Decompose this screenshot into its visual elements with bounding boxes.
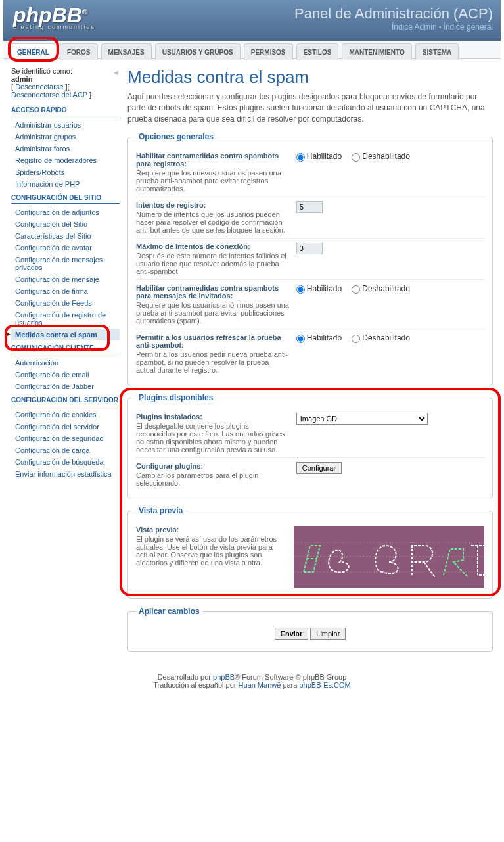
sidebar-item[interactable]: Configuración de email	[15, 371, 89, 379]
sidebar-item[interactable]: Configuración de carga	[15, 446, 90, 454]
sidebar-section-quick: ACCESO RÁPIDO Administrar usuarios Admin…	[11, 103, 120, 190]
sidebar-item[interactable]: Configuración de firma	[15, 287, 88, 295]
tab-forums[interactable]: FOROS	[60, 43, 98, 60]
page-title: Panel de Administración (ACP)	[294, 5, 493, 22]
radio-enable-guest-yes[interactable]	[296, 285, 305, 294]
tab-messages[interactable]: MENSAJES	[101, 43, 152, 60]
link-phpbb-es[interactable]: phpBB-Es.COM	[299, 681, 350, 689]
sidebar-section-server: CONFIGURACIÓN DEL SERVIDOR Configuración…	[11, 392, 120, 480]
sidebar-item[interactable]: Características del Sitio	[15, 232, 91, 240]
sidebar-item[interactable]: Configuración de mensaje	[15, 275, 99, 283]
input-reg-attempts[interactable]	[296, 201, 323, 213]
sidebar-item[interactable]: Administrar foros	[15, 145, 70, 152]
tab-maintenance[interactable]: MANTENIMIENTO	[342, 43, 411, 60]
fieldset-plugins: Plugins disponibles Plugins instalados: …	[127, 393, 493, 498]
sidebar-item[interactable]: Información de PHP	[15, 180, 80, 188]
fieldset-preview: Vista previa Vista previa: El plugin se …	[127, 506, 493, 599]
radio-enable-guest-no[interactable]	[352, 285, 360, 294]
sidebar-item[interactable]: Spiders/Robots	[15, 168, 64, 176]
sidebar-item[interactable]: Configuración de Jabber	[15, 383, 94, 390]
footer: Desarrollado por phpBB® Forum Software ©…	[3, 668, 501, 698]
link-board-index[interactable]: Índice general	[444, 22, 493, 32]
sidebar-section-site: CONFIGURACIÓN DEL SITIO Configuración de…	[11, 190, 120, 340]
main-content: Medidas contra el spam Aquí puedes selec…	[127, 67, 493, 660]
sidebar-item[interactable]: Configuración de cookies	[15, 411, 97, 419]
radio-enable-reg-yes[interactable]	[296, 153, 305, 162]
radio-refresh-yes[interactable]	[296, 335, 305, 343]
link-logout[interactable]: Desconectarse	[15, 83, 63, 91]
submit-button[interactable]: Enviar	[275, 628, 309, 640]
sidebar-item[interactable]: Autenticación	[15, 359, 58, 367]
input-max-login[interactable]	[296, 243, 323, 254]
content-title: Medidas contra el spam	[127, 67, 493, 87]
fieldset-apply: Aplicar cambios Enviar Limpiar	[127, 607, 493, 652]
tab-permissions[interactable]: PERMISOS	[244, 43, 293, 60]
configure-button[interactable]: Configurar	[296, 462, 342, 474]
sidebar-item[interactable]: Registro de moderadores	[15, 156, 97, 164]
sidebar-item-spam[interactable]: Medidas contra el spam	[15, 331, 97, 339]
tab-general[interactable]: GENERAL	[10, 43, 57, 60]
sidebar-item[interactable]: Configuración de Feeds	[15, 299, 92, 307]
link-translator[interactable]: Huan Manwë	[239, 681, 281, 689]
logo: phpBB® creating communities	[13, 3, 95, 30]
sidebar: Se identificó como: ◄ admin [ Desconecta…	[11, 67, 120, 660]
tab-styles[interactable]: ESTILOS	[296, 43, 339, 60]
sidebar-item[interactable]: Configuración de mensajes privados	[15, 256, 103, 271]
sidebar-item[interactable]: Configuración de adjuntos	[15, 208, 99, 216]
tab-system[interactable]: SISTEMA	[415, 43, 459, 60]
header-right: Panel de Administración (ACP) Índice Adm…	[294, 5, 493, 32]
fieldset-general: Opciones generales Habilitar contramedid…	[127, 132, 493, 385]
username: admin	[11, 75, 32, 83]
radio-enable-reg-no[interactable]	[352, 153, 360, 162]
sidebar-item[interactable]: Configuración del servidor	[15, 423, 99, 431]
sidebar-item[interactable]: Enviar información estadística	[15, 470, 112, 478]
reset-button[interactable]: Limpiar	[310, 628, 346, 640]
sidebar-section-client: COMUNICACIÓN CLIENTE Autenticación Confi…	[11, 340, 120, 392]
sidebar-item[interactable]: Configuración de seguridad	[15, 434, 104, 442]
link-logout-acp[interactable]: Desconectarse del ACP	[11, 91, 87, 99]
sidebar-item[interactable]: Configuración de registro de usuarios	[15, 311, 106, 327]
collapse-icon[interactable]: ◄	[112, 68, 120, 76]
captcha-image	[294, 526, 484, 588]
tab-users-groups[interactable]: USUARIOS Y GRUPOS	[155, 43, 241, 60]
sidebar-item[interactable]: Configuración de búsqueda	[15, 458, 104, 466]
main-tabs: GENERAL FOROS MENSAJES USUARIOS Y GRUPOS…	[3, 41, 501, 59]
sidebar-item[interactable]: Administrar grupos	[15, 133, 76, 141]
login-info: Se identificó como: ◄ admin [ Desconecta…	[11, 67, 120, 103]
sidebar-item[interactable]: Configuración del Sitio	[15, 220, 87, 228]
link-admin-index[interactable]: Índice Admin	[392, 22, 437, 32]
select-plugin[interactable]: Imagen GD	[296, 413, 428, 425]
content-desc: Aquí puedes seleccionar y configurar los…	[127, 91, 493, 124]
radio-refresh-no[interactable]	[352, 335, 360, 343]
sidebar-item[interactable]: Administrar usuarios	[15, 121, 81, 129]
sidebar-item[interactable]: Configuración de avatar	[15, 244, 92, 252]
link-phpbb[interactable]: phpBB	[213, 673, 235, 681]
header: phpBB® creating communities Panel de Adm…	[3, 0, 501, 41]
